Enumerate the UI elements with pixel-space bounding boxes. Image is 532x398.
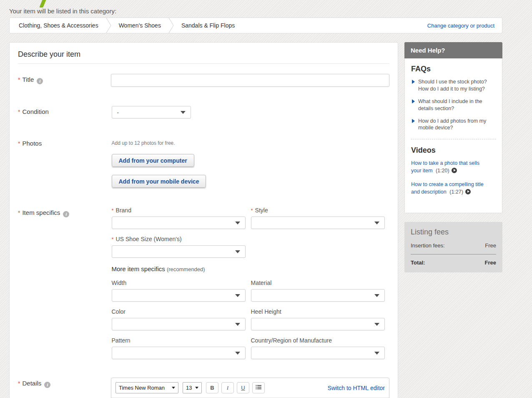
font-size-value: 13 bbox=[186, 385, 192, 391]
faq-item-mobile-photos[interactable]: How do I add photos from my mobile devic… bbox=[411, 118, 496, 132]
switch-html-editor-link[interactable]: Switch to HTML editor bbox=[328, 385, 385, 391]
play-icon[interactable] bbox=[465, 189, 471, 194]
insertion-fees-row: Insertion fees: Free bbox=[411, 242, 496, 249]
required-asterisk: * bbox=[18, 209, 20, 216]
country-field: Country/Region of Manufacture bbox=[251, 337, 385, 359]
condition-dropdown[interactable]: - bbox=[112, 106, 191, 118]
required-asterisk: * bbox=[112, 207, 114, 214]
title-row: *Titlei bbox=[18, 74, 389, 87]
video-link-title[interactable]: How to create a compelling title and des… bbox=[411, 181, 488, 196]
photos-label: *Photos bbox=[18, 138, 112, 188]
video-link-photo[interactable]: How to take a photo that sells your item… bbox=[411, 160, 488, 174]
faqs-heading: FAQs bbox=[411, 65, 496, 73]
total-fees-row: Total: Free bbox=[411, 259, 496, 266]
videos-heading: Videos bbox=[411, 146, 496, 155]
bullet-list-button[interactable] bbox=[252, 382, 265, 393]
pattern-dropdown[interactable] bbox=[112, 347, 246, 359]
style-field: *Style bbox=[251, 207, 385, 229]
width-dropdown[interactable] bbox=[112, 289, 246, 302]
title-input[interactable] bbox=[111, 74, 389, 87]
style-dropdown[interactable] bbox=[251, 217, 385, 229]
info-icon[interactable]: i bbox=[37, 78, 43, 84]
select-arrow-icon bbox=[172, 387, 175, 389]
photos-note: Add up to 12 photos for free. bbox=[112, 138, 390, 146]
style-label: *Style bbox=[251, 207, 385, 214]
dropdown-arrow-icon bbox=[374, 323, 379, 326]
required-asterisk: * bbox=[18, 140, 20, 147]
details-row: *Detailsi Times New Roman 13 bbox=[18, 378, 389, 398]
width-label: Width bbox=[112, 280, 246, 286]
shoe-size-dropdown[interactable] bbox=[112, 245, 246, 258]
breadcrumb: Clothing, Shoes & Accessories Women's Sh… bbox=[9, 18, 502, 33]
brand-dropdown[interactable] bbox=[112, 217, 246, 229]
font-family-select[interactable]: Times New Roman bbox=[115, 382, 178, 393]
change-category-link[interactable]: Change category or product bbox=[427, 23, 494, 29]
dropdown-arrow-icon bbox=[181, 111, 186, 114]
describe-item-panel: Describe your item *Titlei *Condition - bbox=[9, 42, 398, 398]
editor-toolbar: Times New Roman 13 B I U bbox=[111, 378, 389, 398]
underline-button[interactable]: U bbox=[237, 382, 249, 393]
country-dropdown[interactable] bbox=[251, 347, 385, 359]
font-size-select[interactable]: 13 bbox=[183, 382, 202, 393]
item-specifics-row: *Item specificsi *Brand *Style bbox=[18, 207, 389, 366]
listing-fees-heading: Listing fees bbox=[411, 228, 496, 237]
required-asterisk: * bbox=[18, 76, 20, 83]
condition-label: *Condition bbox=[18, 106, 112, 118]
dropdown-arrow-icon bbox=[374, 222, 379, 224]
italic-button[interactable]: I bbox=[221, 382, 234, 393]
info-icon[interactable]: i bbox=[63, 211, 69, 217]
insertion-fees-label: Insertion fees: bbox=[411, 242, 445, 249]
category-note: Your item will be listed in this categor… bbox=[9, 0, 523, 15]
total-value: Free bbox=[485, 259, 496, 266]
required-asterisk: * bbox=[18, 380, 20, 387]
info-icon[interactable]: i bbox=[44, 382, 50, 388]
material-field: Material bbox=[251, 280, 385, 302]
total-label: Total: bbox=[411, 259, 425, 266]
material-label: Material bbox=[251, 280, 385, 286]
details-label: *Detailsi bbox=[18, 378, 111, 398]
material-dropdown[interactable] bbox=[251, 289, 385, 302]
item-specifics-label: *Item specificsi bbox=[18, 207, 112, 366]
font-family-value: Times New Roman bbox=[119, 385, 165, 391]
listing-page: Your item will be listed in this categor… bbox=[0, 0, 532, 398]
brand-field: *Brand bbox=[112, 207, 246, 229]
condition-value: - bbox=[117, 109, 119, 116]
shoe-size-field: *US Shoe Size (Women's) bbox=[112, 236, 246, 258]
help-sidebar: Need Help? FAQs Should I use the stock p… bbox=[404, 42, 502, 272]
arrow-right-icon bbox=[412, 80, 415, 84]
insertion-fees-value: Free bbox=[485, 242, 496, 249]
dropdown-arrow-icon bbox=[235, 294, 240, 297]
title-label: *Titlei bbox=[18, 74, 111, 87]
description-editor: Times New Roman 13 B I U bbox=[111, 378, 389, 398]
color-label: Color bbox=[112, 308, 246, 315]
pattern-label: Pattern bbox=[112, 337, 246, 344]
width-field: Width bbox=[112, 280, 246, 302]
play-icon[interactable] bbox=[452, 168, 457, 173]
panel-title: Describe your item bbox=[18, 50, 389, 64]
add-from-mobile-button[interactable]: Add from your mobile device bbox=[112, 175, 206, 188]
breadcrumb-item-womens-shoes: Women's Shoes bbox=[117, 22, 163, 29]
dropdown-arrow-icon bbox=[235, 222, 240, 224]
required-asterisk: * bbox=[251, 207, 253, 214]
help-box: FAQs Should I use the stock photo? How d… bbox=[404, 58, 502, 213]
list-icon bbox=[256, 385, 261, 390]
divider bbox=[411, 139, 496, 139]
divider bbox=[411, 254, 496, 254]
add-from-computer-button[interactable]: Add from your computer bbox=[112, 154, 194, 167]
dropdown-arrow-icon bbox=[374, 294, 379, 297]
required-asterisk: * bbox=[18, 108, 20, 115]
chevron-right-icon bbox=[106, 18, 111, 33]
select-arrow-icon bbox=[195, 387, 198, 389]
heel-height-field: Heel Height bbox=[251, 308, 385, 330]
heel-height-dropdown[interactable] bbox=[251, 318, 385, 330]
color-dropdown[interactable] bbox=[112, 318, 246, 330]
need-help-header: Need Help? bbox=[404, 42, 502, 58]
bold-button[interactable]: B bbox=[206, 382, 218, 393]
faq-item-details-section[interactable]: What should I include in the details sec… bbox=[411, 98, 496, 112]
faq-item-stock-photo[interactable]: Should I use the stock photo? How do I a… bbox=[411, 78, 496, 93]
breadcrumb-items: Clothing, Shoes & Accessories Women's Sh… bbox=[17, 18, 427, 33]
color-field: Color bbox=[112, 308, 246, 330]
breadcrumb-item-sandals: Sandals & Flip Flops bbox=[180, 22, 236, 29]
video-duration: (1:27) bbox=[449, 189, 463, 195]
video-duration: (1:20) bbox=[436, 168, 449, 174]
